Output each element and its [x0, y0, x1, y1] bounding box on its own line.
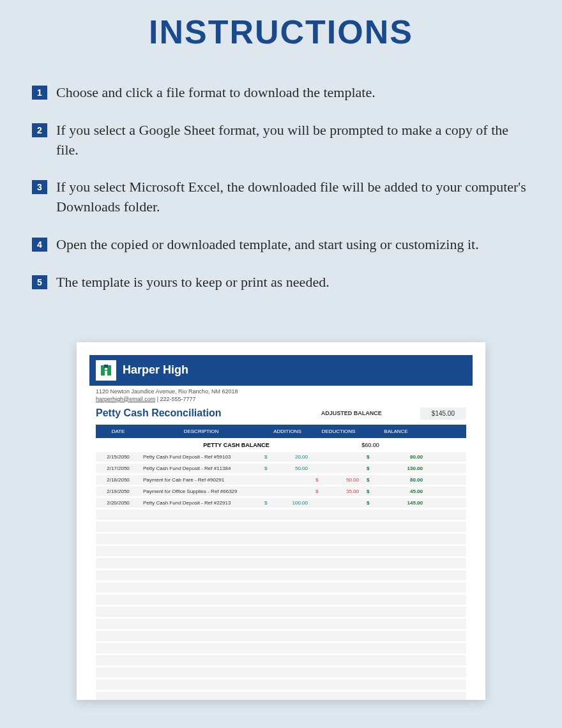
brand-name: Harper High	[123, 363, 188, 377]
template-preview: Harper High 1120 Newton Jaundice Avenue,…	[77, 342, 485, 700]
empty-row	[96, 643, 466, 653]
empty-row	[96, 558, 466, 568]
step-text: Open the copied or downloaded template, …	[56, 235, 479, 255]
petty-cash-balance-row: PETTY CASH BALANCE $60.00	[96, 438, 466, 452]
empty-row	[96, 667, 466, 678]
col-deductions: DEDUCTIONS	[313, 428, 364, 434]
step-text: If you select a Google Sheet format, you…	[56, 121, 530, 160]
adjusted-balance-label: ADJUSTED BALANCE	[321, 410, 382, 416]
empty-row	[96, 546, 466, 556]
empty-row	[96, 619, 466, 629]
step-1: 1 Choose and click a file format to down…	[32, 83, 530, 103]
pcb-value: $60.00	[313, 442, 428, 448]
step-4: 4 Open the copied or downloaded template…	[32, 235, 530, 255]
table-header: DATE DESCRIPTION ADDITIONS DEDUCTIONS BA…	[96, 425, 466, 438]
page-title: INSTRUCTIONS	[0, 0, 562, 51]
col-description: DESCRIPTION	[140, 428, 262, 434]
step-badge: 3	[32, 180, 47, 194]
step-text: Choose and click a file format to downlo…	[56, 83, 376, 103]
pcb-label: PETTY CASH BALANCE	[96, 442, 313, 448]
contact-line: harperhigh@email.com | 222-555-7777	[96, 396, 466, 402]
subheader: Petty Cash Reconciliation ADJUSTED BALAN…	[96, 407, 466, 420]
sheet-title: Petty Cash Reconciliation	[96, 407, 321, 419]
empty-row	[96, 570, 466, 580]
svg-rect-0	[104, 365, 108, 368]
empty-row	[96, 655, 466, 665]
empty-row	[96, 607, 466, 617]
step-text: If you select Microsoft Excel, the downl…	[56, 178, 530, 217]
step-badge: 5	[32, 275, 47, 289]
step-3: 3 If you select Microsoft Excel, the dow…	[32, 178, 530, 217]
empty-row	[96, 679, 466, 690]
empty-row	[96, 582, 466, 593]
col-date: DATE	[96, 428, 140, 434]
logo-icon	[96, 360, 116, 381]
instructions-list: 1 Choose and click a file format to down…	[0, 51, 562, 323]
address-line: 1120 Newton Jaundice Avenue, Rio Rancho,…	[96, 388, 466, 395]
step-2: 2 If you select a Google Sheet format, y…	[32, 121, 530, 160]
table-row: 2/18/2050Payment for Cab Fare - Ref #902…	[96, 475, 466, 485]
empty-row	[96, 522, 466, 532]
empty-row	[96, 510, 466, 520]
preview-banner: Harper High	[89, 355, 473, 386]
step-5: 5 The template is yours to keep or print…	[32, 273, 530, 292]
email: harperhigh@email.com	[96, 396, 155, 402]
col-balance: BALANCE	[364, 428, 428, 434]
table-row: 2/20/2050Petty Cash Fund Deposit - Ref #…	[96, 498, 466, 508]
table-row: 2/15/2050Petty Cash Fund Deposit - Ref #…	[96, 452, 466, 462]
step-badge: 4	[32, 238, 47, 252]
empty-row	[96, 534, 466, 544]
step-badge: 1	[32, 86, 47, 100]
table-row: 2/19/2050Payment for Office Supplies - R…	[96, 487, 466, 496]
adjusted-balance-value: $145.00	[420, 407, 466, 420]
step-text: The template is yours to keep or print a…	[56, 273, 330, 292]
empty-row	[96, 595, 466, 605]
table-row: 2/17/2050Petty Cash Fund Deposit - Ref #…	[96, 464, 466, 473]
empty-row	[96, 631, 466, 641]
col-additions: ADDITIONS	[262, 428, 313, 434]
phone: 222-555-7777	[160, 396, 196, 402]
empty-row	[96, 692, 466, 700]
step-badge: 2	[32, 123, 47, 137]
